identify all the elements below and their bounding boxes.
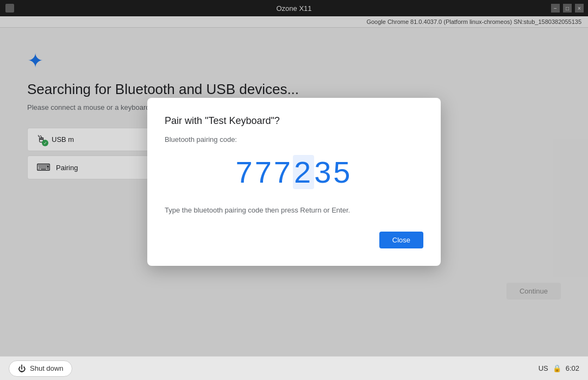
shutdown-label: Shut down (30, 364, 63, 372)
titlebar: Ozone X11 − □ × (0, 0, 588, 16)
pairing-dialog: Pair with "Test Keyboard"? Bluetooth pai… (147, 98, 441, 266)
maximize-button[interactable]: □ (563, 4, 572, 13)
digit-5: 5 (333, 155, 352, 189)
bottom-bar: ⏻ Shut down US 🔒 6:02 (0, 356, 588, 380)
digit-2: 7 (274, 155, 293, 189)
pairing-code: 777235 (165, 154, 423, 190)
minimize-button[interactable]: − (551, 4, 560, 13)
dialog-actions: Close (165, 232, 423, 248)
digit-1: 7 (255, 155, 274, 189)
modal-overlay: Pair with "Test Keyboard"? Bluetooth pai… (0, 16, 588, 380)
status-area: US 🔒 6:02 (539, 364, 579, 372)
shutdown-button[interactable]: ⏻ Shut down (9, 360, 72, 377)
lock-icon: 🔒 (553, 364, 561, 372)
digit-3-highlighted: 2 (293, 155, 314, 189)
locale-label: US (539, 364, 548, 372)
pairing-code-label: Bluetooth pairing code: (165, 135, 423, 144)
app-logo (4, 3, 15, 14)
dialog-instruction: Type the bluetooth pairing code then pre… (165, 206, 423, 214)
dialog-title: Pair with "Test Keyboard"? (165, 115, 423, 127)
power-icon: ⏻ (18, 364, 26, 373)
digit-4: 3 (314, 155, 333, 189)
window-controls: − □ × (551, 4, 584, 13)
digit-0: 7 (236, 155, 255, 189)
window-title: Ozone X11 (276, 4, 311, 13)
close-button[interactable]: × (575, 4, 584, 13)
clock: 6:02 (566, 364, 579, 372)
close-button[interactable]: Close (379, 232, 423, 248)
